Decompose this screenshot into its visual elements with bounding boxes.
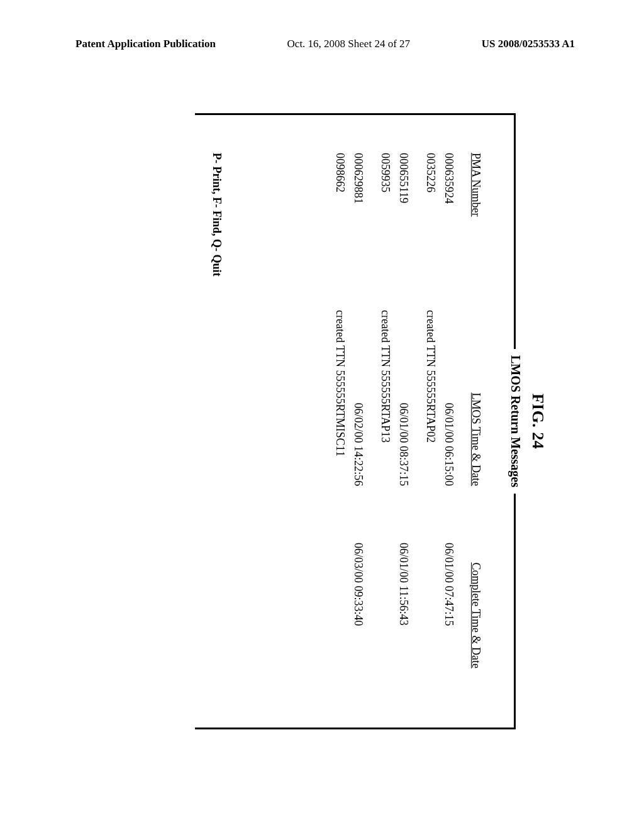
col-lmos: LMOS Time & Date: [469, 310, 482, 499]
table-row: created TTN 555555RTAP02: [421, 310, 440, 694]
panel-title: LMOS Return Messages: [508, 349, 523, 494]
message-table: PMA Number LMOS Time & Date Complete Tim…: [322, 153, 482, 709]
help-keys: P- Print, F- Find, Q- Quit: [210, 153, 223, 277]
table-row: 06/03/00 09:33:40: [349, 505, 367, 694]
table-row: 0035226: [421, 153, 440, 304]
page-header: Patent Application Publication Oct. 16, …: [0, 38, 644, 50]
col-pma: PMA Number: [469, 153, 482, 304]
table-row: 0059935: [376, 153, 394, 304]
lmos-panel: LMOS Return Messages PMA Number LMOS Tim…: [195, 113, 516, 729]
pub-date-sheet: Oct. 16, 2008 Sheet 24 of 27: [287, 38, 410, 50]
pub-type: Patent Application Publication: [75, 38, 216, 50]
table-row: 000655119: [394, 153, 413, 304]
figure-container: FIG. 24 LMOS Return Messages PMA Number …: [164, 113, 547, 729]
pub-number: US 2008/0253533 A1: [482, 38, 575, 50]
table-row: 06/01/00 11:56:43: [394, 505, 413, 694]
table-row: 06/01/00 08:37:15: [394, 310, 413, 499]
table-row: 000629881: [349, 153, 367, 304]
table-row: 06/02/00 14:22:56: [349, 310, 367, 499]
table-row: 0098662: [331, 153, 349, 304]
table-row: created TTN 555555RTMISC11: [331, 310, 349, 694]
col-complete: Complete Time & Date: [469, 505, 482, 694]
table-row: created TTN 555555RTAP13: [376, 310, 394, 694]
table-row: 000635924: [440, 153, 458, 304]
table-row: 06/01/00 07:47:15: [440, 505, 458, 694]
figure-label: FIG. 24: [528, 113, 547, 729]
table-row: 06/01/00 06:15:00: [440, 310, 458, 499]
